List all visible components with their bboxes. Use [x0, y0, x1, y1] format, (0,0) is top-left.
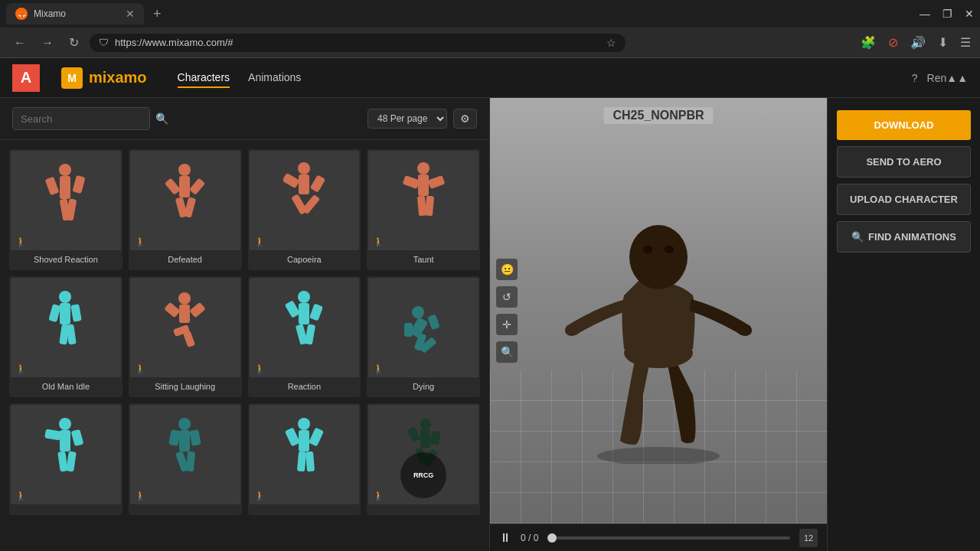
- download-button[interactable]: DOWNLOAD: [837, 110, 971, 140]
- anim-card-9[interactable]: 🚶: [9, 403, 122, 515]
- maximize-button[interactable]: ❐: [942, 8, 952, 20]
- user-account[interactable]: Ren▲▲: [927, 72, 968, 84]
- anim-card-dying[interactable]: 🚶 Dying: [367, 276, 480, 397]
- download-icon[interactable]: ⬇: [938, 35, 948, 50]
- shield-icon: 🛡: [99, 37, 109, 48]
- svg-rect-3: [73, 175, 86, 194]
- svg-rect-8: [165, 178, 181, 194]
- forward-button[interactable]: →: [37, 34, 58, 51]
- nav-animations[interactable]: Animations: [248, 68, 301, 88]
- character-figure-3d: [551, 158, 766, 464]
- left-panel: 🔍 48 Per page ⚙: [0, 98, 490, 551]
- figure-old-man-idle: [44, 289, 87, 366]
- figure-12: [403, 416, 445, 493]
- svg-rect-33: [189, 302, 206, 318]
- volume-icon[interactable]: 🔊: [910, 35, 926, 50]
- anim-card-10[interactable]: 🚶: [129, 403, 242, 515]
- adblock-icon[interactable]: ⊘: [888, 35, 898, 50]
- svg-rect-35: [183, 331, 195, 347]
- svg-rect-53: [67, 451, 77, 471]
- svg-point-18: [417, 162, 430, 174]
- search-bar: 🔍 48 Per page ⚙: [0, 98, 489, 140]
- settings-button[interactable]: ⚙: [453, 109, 477, 129]
- progress-track[interactable]: [547, 536, 790, 540]
- svg-rect-63: [309, 427, 324, 446]
- thumb-taunt: 🚶: [368, 151, 479, 250]
- animation-grid: 🚶 Shoved Reaction: [9, 149, 480, 515]
- anim-card-12[interactable]: 🚶 RRCG: [367, 403, 480, 515]
- figure-dying: [403, 289, 445, 366]
- move-icon-btn[interactable]: ✛: [496, 314, 518, 335]
- svg-rect-13: [299, 174, 309, 194]
- thumb-capoeira: 🚶: [250, 151, 360, 250]
- anim-card-old-man-idle[interactable]: 🚶 Old Man Idle: [9, 276, 122, 397]
- thumb-defeated: 🚶: [130, 151, 240, 250]
- upload-character-button[interactable]: UPLOAD CHARACTER: [837, 184, 971, 215]
- thumb-dying: 🚶: [368, 278, 479, 377]
- bookmark-icon[interactable]: ☆: [606, 37, 616, 49]
- walk-indicator-9: 🚶: [15, 491, 27, 501]
- anim-card-shoved-reaction[interactable]: 🚶 Shoved Reaction: [9, 149, 122, 270]
- address-icons: ☆: [606, 37, 616, 49]
- close-button[interactable]: ✕: [965, 8, 974, 20]
- svg-rect-41: [305, 324, 315, 344]
- content-area: 🔍 48 Per page ⚙: [0, 98, 980, 551]
- anim-card-capoeira[interactable]: 🚶 Capoeira: [248, 149, 361, 270]
- svg-rect-51: [71, 429, 84, 446]
- browser-tab[interactable]: 🦊 Mixamo ✕: [6, 3, 144, 24]
- anim-card-taunt[interactable]: 🚶 Taunt: [367, 149, 480, 270]
- svg-rect-59: [186, 452, 195, 472]
- per-page-select[interactable]: 48 Per page: [368, 109, 447, 129]
- anim-card-sitting-laughing[interactable]: 🚶 Sitting Laughing: [129, 276, 242, 397]
- svg-rect-26: [49, 304, 61, 322]
- figure-defeated: [164, 162, 206, 239]
- card-label-reaction: Reaction: [250, 377, 360, 396]
- svg-rect-45: [427, 314, 439, 330]
- find-animations-button[interactable]: 🔍 FIND ANIMATIONS: [837, 221, 971, 253]
- figure-11: [283, 416, 325, 493]
- rotate-icon-btn[interactable]: ↺: [496, 286, 518, 308]
- viewport-canvas[interactable]: CH25_NONPBR: [490, 98, 827, 523]
- search-input-wrap[interactable]: 🔍: [12, 107, 150, 130]
- tab-close-button[interactable]: ✕: [126, 8, 135, 20]
- card-label-sitting-laughing: Sitting Laughing: [130, 377, 240, 396]
- anim-card-11[interactable]: 🚶: [248, 403, 361, 515]
- tab-title: Mixamo: [34, 8, 66, 19]
- side-toolbar: 😐 ↺ ✛ 🔍: [496, 259, 518, 363]
- refresh-button[interactable]: ↻: [64, 34, 83, 51]
- face-icon-btn[interactable]: 😐: [496, 259, 518, 280]
- back-button[interactable]: ←: [9, 34, 31, 51]
- anim-card-reaction[interactable]: 🚶 Reaction: [248, 276, 361, 397]
- card-label-shoved-reaction: Shoved Reaction: [11, 250, 121, 269]
- menu-icon[interactable]: ☰: [960, 35, 971, 50]
- search-icon-find: 🔍: [851, 231, 864, 243]
- svg-rect-11: [184, 197, 196, 218]
- minimize-button[interactable]: —: [920, 8, 930, 20]
- play-button[interactable]: ⏸: [499, 531, 511, 545]
- filter-controls: 48 Per page ⚙: [368, 109, 477, 129]
- svg-rect-69: [430, 430, 440, 445]
- svg-point-54: [178, 418, 191, 430]
- zoom-icon-btn[interactable]: 🔍: [496, 341, 518, 363]
- address-bar[interactable]: 🛡 https://www.mixamo.com/# ☆: [90, 34, 626, 52]
- extensions-icon[interactable]: 🧩: [861, 35, 876, 50]
- svg-rect-56: [168, 429, 180, 446]
- animation-grid-scroll[interactable]: 🚶 Shoved Reaction: [0, 140, 489, 551]
- svg-point-66: [420, 419, 431, 429]
- walk-indicator-4: 🚶: [373, 236, 384, 247]
- search-icon[interactable]: 🔍: [155, 112, 168, 125]
- nav-links: Characters Animations: [178, 68, 302, 88]
- nav-characters[interactable]: Characters: [178, 68, 230, 88]
- frame-counter: 12: [799, 529, 818, 547]
- svg-point-42: [412, 306, 424, 318]
- url-text: https://www.mixamo.com/#: [115, 37, 600, 48]
- search-input[interactable]: [21, 113, 149, 125]
- new-tab-button[interactable]: +: [153, 6, 162, 22]
- card-label-capoeira: Capoeira: [250, 250, 360, 269]
- thumb-shoved-reaction: 🚶: [11, 151, 121, 250]
- anim-card-defeated[interactable]: 🚶 Defeated: [129, 149, 242, 270]
- svg-point-36: [298, 291, 310, 303]
- help-icon[interactable]: ?: [912, 72, 918, 84]
- progress-thumb[interactable]: [547, 533, 557, 543]
- send-to-aero-button[interactable]: SEND TO AERO: [837, 146, 971, 178]
